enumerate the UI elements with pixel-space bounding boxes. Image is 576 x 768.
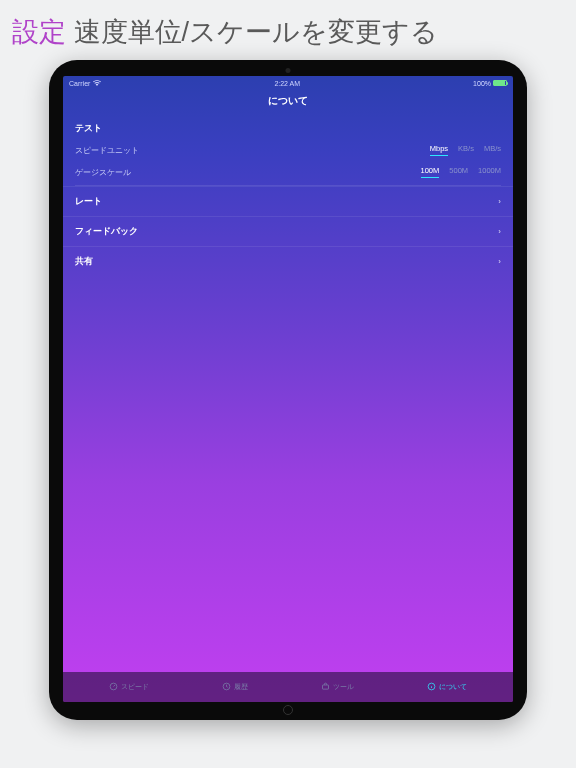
gauge-scale-opt-1[interactable]: 500M: [449, 166, 468, 178]
section-test: テスト スピードユニット Mbps KB/s MB/s ゲージスケール 100M…: [63, 116, 513, 186]
row-speed-unit: スピードユニット Mbps KB/s MB/s: [75, 139, 501, 161]
carrier-label: Carrier: [69, 80, 90, 87]
battery-percent: 100%: [473, 80, 491, 87]
chevron-right-icon: ›: [498, 227, 501, 236]
gauge-scale-segment[interactable]: 100M 500M 1000M: [421, 166, 501, 178]
tab-speed[interactable]: スピード: [109, 682, 149, 692]
gauge-scale-opt-0[interactable]: 100M: [421, 166, 440, 178]
tab-about-label: について: [439, 682, 467, 692]
gauge-icon: [109, 682, 118, 692]
speed-unit-segment[interactable]: Mbps KB/s MB/s: [430, 144, 501, 156]
page-title: について: [63, 90, 513, 116]
tab-speed-label: スピード: [121, 682, 149, 692]
tabbar: スピード 履歴 ツール について: [63, 672, 513, 702]
camera-dot: [286, 68, 291, 73]
link-rate[interactable]: レート ›: [63, 186, 513, 216]
svg-rect-2: [322, 685, 328, 689]
content-fill: [63, 276, 513, 672]
tab-tools-label: ツール: [333, 682, 354, 692]
link-feedback-label: フィードバック: [75, 225, 138, 238]
gauge-scale-label: ゲージスケール: [75, 167, 131, 178]
link-share[interactable]: 共有 ›: [63, 246, 513, 276]
chevron-right-icon: ›: [498, 257, 501, 266]
speed-unit-opt-0[interactable]: Mbps: [430, 144, 448, 156]
tab-history-label: 履歴: [234, 682, 248, 692]
status-time: 2:22 AM: [101, 80, 473, 87]
speed-unit-opt-1[interactable]: KB/s: [458, 144, 474, 156]
home-button[interactable]: [283, 705, 293, 715]
speed-unit-opt-2[interactable]: MB/s: [484, 144, 501, 156]
wifi-icon: [93, 80, 101, 86]
screen: Carrier 2:22 AM 100% について テスト スピードユニット M…: [63, 76, 513, 702]
link-feedback[interactable]: フィードバック ›: [63, 216, 513, 246]
tab-history[interactable]: 履歴: [222, 682, 248, 692]
section-header-test: テスト: [75, 116, 501, 139]
tab-about[interactable]: について: [427, 682, 467, 692]
tab-tools[interactable]: ツール: [321, 682, 354, 692]
tablet-frame: Carrier 2:22 AM 100% について テスト スピードユニット M…: [49, 60, 527, 720]
row-gauge-scale: ゲージスケール 100M 500M 1000M: [75, 161, 501, 183]
clock-icon: [222, 682, 231, 692]
gauge-scale-opt-2[interactable]: 1000M: [478, 166, 501, 178]
toolbox-icon: [321, 682, 330, 692]
headline: 設定 速度単位/スケールを変更する: [0, 0, 576, 60]
battery-icon: [493, 80, 507, 86]
link-rate-label: レート: [75, 195, 102, 208]
info-icon: [427, 682, 436, 692]
headline-accent: 設定: [12, 17, 66, 47]
link-share-label: 共有: [75, 255, 93, 268]
headline-rest: 速度単位/スケールを変更する: [66, 17, 438, 47]
speed-unit-label: スピードユニット: [75, 145, 139, 156]
status-bar: Carrier 2:22 AM 100%: [63, 76, 513, 90]
chevron-right-icon: ›: [498, 197, 501, 206]
